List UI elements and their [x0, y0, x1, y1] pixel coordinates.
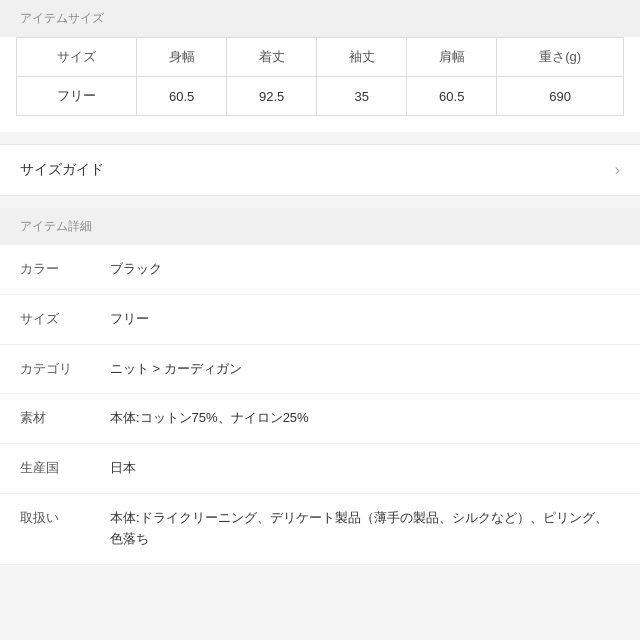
detail-row: 取扱い本体:ドライクリーニング、デリケート製品（薄手の製品、シルクなど）、ピリン… — [0, 494, 640, 565]
size-table-cell: 35 — [317, 77, 407, 116]
detail-label: サイズ — [20, 309, 110, 328]
detail-row: 素材本体:コットン75%、ナイロン25% — [0, 394, 640, 444]
size-table-cell: 60.5 — [407, 77, 497, 116]
size-table-cell: 92.5 — [227, 77, 317, 116]
detail-value: フリー — [110, 309, 620, 330]
size-column-header: 身幅 — [137, 38, 227, 77]
detail-value: 日本 — [110, 458, 620, 479]
size-table-cell: フリー — [17, 77, 137, 116]
size-column-header: 肩幅 — [407, 38, 497, 77]
size-table-container: サイズ身幅着丈袖丈肩幅重さ(g) フリー60.592.53560.5690 — [0, 37, 640, 132]
detail-section-header: アイテム詳細 — [0, 208, 640, 245]
detail-label: 素材 — [20, 408, 110, 427]
detail-label: カラー — [20, 259, 110, 278]
size-column-header: サイズ — [17, 38, 137, 77]
detail-rows-container: カラーブラックサイズフリーカテゴリニット > カーディガン素材本体:コットン75… — [0, 245, 640, 565]
detail-label: カテゴリ — [20, 359, 110, 378]
size-table-cell: 60.5 — [137, 77, 227, 116]
detail-label: 取扱い — [20, 508, 110, 527]
detail-value: 本体:ドライクリーニング、デリケート製品（薄手の製品、シルクなど）、ピリング、色… — [110, 508, 620, 550]
chevron-right-icon: › — [615, 161, 620, 179]
size-section-header: アイテムサイズ — [0, 0, 640, 37]
size-column-header: 重さ(g) — [497, 38, 624, 77]
detail-row: サイズフリー — [0, 295, 640, 345]
size-table-row: フリー60.592.53560.5690 — [17, 77, 624, 116]
detail-value: 本体:コットン75%、ナイロン25% — [110, 408, 620, 429]
detail-row: カラーブラック — [0, 245, 640, 295]
detail-value: ブラック — [110, 259, 620, 280]
size-table-body: フリー60.592.53560.5690 — [17, 77, 624, 116]
size-table: サイズ身幅着丈袖丈肩幅重さ(g) フリー60.592.53560.5690 — [16, 37, 624, 116]
size-column-header: 着丈 — [227, 38, 317, 77]
size-table-header-row: サイズ身幅着丈袖丈肩幅重さ(g) — [17, 38, 624, 77]
size-guide-row[interactable]: サイズガイド › — [0, 144, 640, 196]
detail-value: ニット > カーディガン — [110, 359, 620, 380]
detail-row: 生産国日本 — [0, 444, 640, 494]
size-guide-label: サイズガイド — [20, 161, 104, 179]
detail-row: カテゴリニット > カーディガン — [0, 345, 640, 395]
detail-label: 生産国 — [20, 458, 110, 477]
size-column-header: 袖丈 — [317, 38, 407, 77]
size-table-cell: 690 — [497, 77, 624, 116]
